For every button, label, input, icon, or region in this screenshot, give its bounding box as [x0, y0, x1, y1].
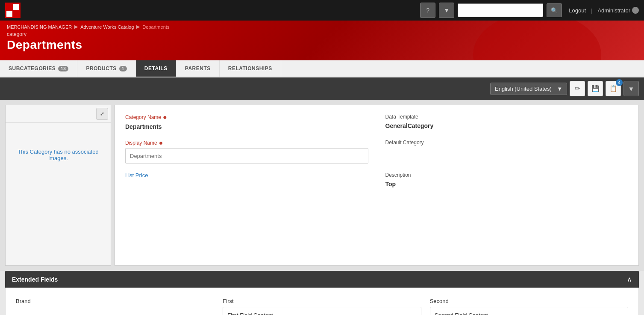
tab-relationships-label: RELATIONSHIPS — [228, 65, 272, 71]
category-name-label: Category Name ● — [125, 114, 368, 121]
main-content: ⤢ This Category has no associated images… — [0, 100, 644, 271]
search-icon: 🔍 — [551, 7, 558, 14]
description-group: Description Top — [385, 172, 629, 188]
no-image-message: This Category has no associated images. — [6, 123, 111, 187]
expand-image-button[interactable]: ⤢ — [96, 108, 108, 120]
save-icon: 💾 — [591, 85, 600, 92]
second-group: Second — [430, 298, 628, 315]
admin-avatar — [632, 7, 639, 14]
default-category-label: Default Category — [385, 140, 629, 146]
breadcrumb-root: MERCHANDISING MANAGER — [7, 24, 72, 30]
default-category-value — [385, 147, 629, 149]
first-label: First — [223, 298, 421, 304]
form-row-2: Display Name ● Default Category — [125, 140, 628, 163]
language-label: English (United States) — [495, 86, 552, 92]
brand-placeholder — [16, 307, 214, 315]
tab-subcategories-badge: 13 — [58, 66, 68, 71]
tab-subcategories[interactable]: SUBCATEGORIES 13 — [0, 60, 77, 77]
page-category-label: category — [7, 31, 637, 37]
edit-button[interactable]: ✏ — [570, 81, 585, 96]
image-panel: ⤢ This Category has no associated images… — [5, 105, 111, 266]
image-panel-toolbar: ⤢ — [6, 105, 111, 123]
data-template-group: Data Template GeneralCategory — [385, 114, 629, 131]
ext-row-1: Brand First Second — [16, 298, 628, 315]
admin-label: Administrator — [597, 7, 630, 14]
tab-products[interactable]: PRODUCTS 1 — [77, 60, 135, 77]
data-template-label: Data Template — [385, 114, 629, 120]
page-header: MERCHANDISING MANAGER ▶ Adventure Works … — [0, 21, 644, 60]
form-panel: Category Name ● Departments Data Templat… — [115, 105, 639, 266]
display-name-group: Display Name ● — [125, 140, 368, 163]
breadcrumb-sep-2: ▶ — [136, 24, 140, 30]
app-logo — [5, 3, 21, 18]
list-price-link[interactable]: List Price — [125, 172, 148, 178]
category-name-value: Departments — [125, 122, 368, 131]
tabs-bar: SUBCATEGORIES 13 PRODUCTS 1 DETAILS PARE… — [0, 60, 644, 77]
first-field-input[interactable] — [223, 307, 421, 315]
extended-fields-toggle[interactable]: ∧ — [627, 275, 632, 283]
expand-icon: ⤢ — [100, 111, 104, 117]
admin-info: Administrator — [597, 7, 639, 14]
tab-products-badge: 1 — [119, 66, 127, 71]
top-bar: ? ▼ 🔍 Logout | Administrator — [0, 0, 644, 21]
form-row-1: Category Name ● Departments Data Templat… — [125, 114, 628, 131]
breadcrumb-parent: Adventure Works Catalog — [80, 24, 134, 30]
default-category-group: Default Category — [385, 140, 629, 163]
tab-details[interactable]: DETAILS — [136, 60, 176, 77]
required-dot: ● — [163, 114, 167, 121]
copy-button[interactable]: 📋 4 — [606, 81, 621, 96]
search-input[interactable] — [458, 3, 543, 17]
form-row-3: List Price Description Top — [125, 172, 628, 188]
separator: | — [591, 7, 592, 14]
breadcrumb-current: Departments — [142, 24, 169, 30]
tab-parents-label: PARENTS — [185, 65, 211, 71]
details-toolbar: English (United States) ▼ ✏ 💾 📋 4 ▼ — [0, 77, 644, 100]
description-label: Description — [385, 172, 629, 178]
language-selector[interactable]: English (United States) ▼ — [490, 83, 567, 95]
tab-relationships[interactable]: RELATIONSHIPS — [220, 60, 281, 77]
tab-products-label: PRODUCTS — [86, 65, 116, 71]
help-button[interactable]: ? — [420, 3, 435, 18]
brand-group: Brand — [16, 298, 214, 315]
brand-label: Brand — [16, 298, 214, 304]
copy-icon: 📋 — [609, 85, 618, 92]
search-button[interactable]: 🔍 — [547, 3, 562, 17]
required-dot-2: ● — [159, 140, 163, 146]
breadcrumb-sep-1: ▶ — [74, 24, 78, 30]
more-button[interactable]: ▼ — [623, 81, 639, 96]
display-name-input[interactable] — [125, 148, 368, 163]
logout-link[interactable]: Logout — [569, 7, 586, 14]
first-group: First — [223, 298, 421, 315]
help-icon: ? — [426, 7, 429, 14]
breadcrumb: MERCHANDISING MANAGER ▶ Adventure Works … — [7, 24, 637, 30]
dropdown-icon: ▼ — [444, 7, 450, 14]
language-dropdown-icon: ▼ — [557, 86, 562, 92]
tab-details-label: DETAILS — [144, 65, 168, 71]
tab-parents[interactable]: PARENTS — [176, 60, 220, 77]
tab-subcategories-label: SUBCATEGORIES — [9, 65, 56, 71]
copy-badge: 4 — [616, 79, 623, 86]
more-icon: ▼ — [628, 85, 635, 92]
extended-fields-title: Extended Fields — [12, 276, 58, 283]
page-title: Departments — [7, 38, 637, 52]
description-value: Top — [385, 180, 629, 188]
second-field-input[interactable] — [430, 307, 628, 315]
data-template-value: GeneralCategory — [385, 122, 629, 130]
extended-fields-body: Brand First Second Third — [5, 288, 639, 315]
list-price-group: List Price — [125, 172, 368, 188]
category-name-group: Category Name ● Departments — [125, 114, 368, 131]
extended-fields-header: Extended Fields ∧ — [5, 271, 639, 288]
save-button[interactable]: 💾 — [588, 81, 603, 96]
edit-icon: ✏ — [575, 85, 580, 92]
dropdown-button[interactable]: ▼ — [439, 3, 454, 18]
second-label: Second — [430, 298, 628, 304]
display-name-label: Display Name ● — [125, 140, 368, 146]
